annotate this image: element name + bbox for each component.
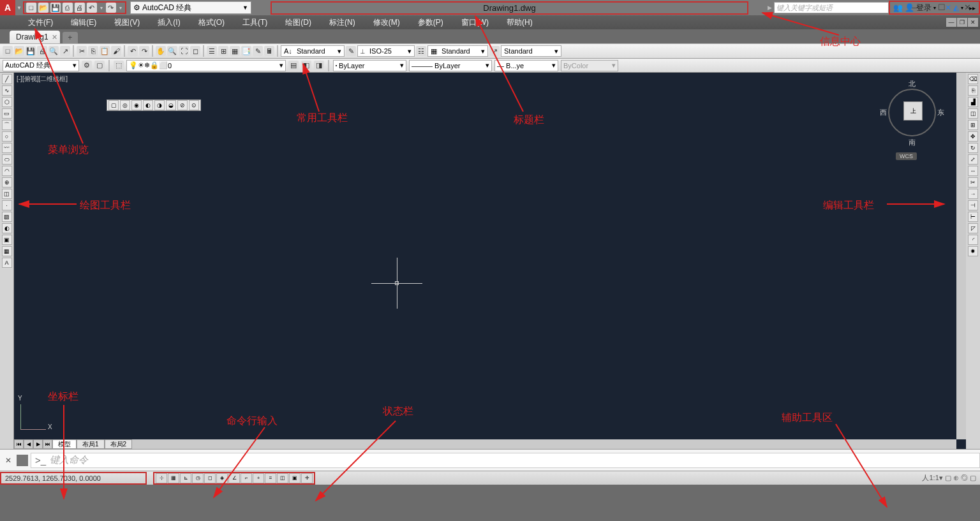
grid-toggle[interactable]: ▦ (168, 473, 179, 483)
zoom-win-icon[interactable]: ◻ (190, 46, 200, 56)
cmd-close-icon[interactable]: ✕ (3, 455, 14, 466)
hatch-icon[interactable]: ▨ (2, 212, 12, 222)
view-cube[interactable]: 北 南 西 东 上 WCS (883, 79, 940, 143)
sc-toggle[interactable]: ✛ (301, 473, 313, 483)
search-input[interactable]: 键入关键字或短语 (774, 2, 889, 13)
trim-icon[interactable]: ✂ (968, 177, 978, 187)
menu-view[interactable]: 视图(V) (105, 15, 149, 29)
scale-icon[interactable]: ⤢ (968, 154, 978, 165)
block-icon[interactable]: ◫ (2, 189, 12, 199)
erase-icon[interactable]: ⌫ (968, 74, 978, 84)
app-menu-arrow[interactable]: ▼ (15, 5, 23, 11)
tab-last[interactable]: ⏭ (43, 439, 52, 449)
maximize-button[interactable]: ☐ (929, 0, 954, 14)
ml-style-dd[interactable]: Standard▾ (501, 45, 561, 57)
arc-icon[interactable]: ⌒ (2, 120, 12, 130)
tpy-toggle[interactable]: ◫ (277, 473, 288, 483)
pan-icon[interactable]: ✋ (156, 46, 166, 56)
print-icon[interactable]: 🖨 (37, 46, 47, 56)
new-icon[interactable]: □ (26, 3, 36, 13)
qp-toggle[interactable]: ▣ (289, 473, 301, 483)
break-icon[interactable]: ⊣ (968, 200, 978, 210)
cmd-config-icon[interactable] (17, 455, 28, 466)
snap-toggle[interactable]: ⊹ (156, 473, 167, 483)
markup-icon[interactable]: ✎ (253, 46, 263, 56)
zoom-icon[interactable]: 🔍 (167, 46, 177, 56)
publish-icon[interactable]: ↗ (60, 46, 70, 56)
vertical-scrollbar[interactable] (956, 73, 966, 439)
chamfer-icon[interactable]: ◸ (968, 223, 978, 233)
menu-draw[interactable]: 绘图(D) (276, 15, 320, 29)
copy2-icon[interactable]: ⎘ (968, 85, 978, 96)
menu-help[interactable]: 帮助(H) (498, 15, 542, 29)
preview-icon[interactable]: 🔍 (48, 46, 59, 56)
tab-close-icon[interactable]: ✕ (52, 33, 57, 41)
otrack-toggle[interactable]: ∠ (228, 473, 240, 483)
color-dd[interactable]: ByLayer▾ (333, 60, 406, 71)
point-icon[interactable]: · (2, 200, 12, 210)
layout-tab-1[interactable]: 布局1 (77, 439, 105, 449)
fillet-icon[interactable]: ◜ (968, 235, 978, 245)
move-icon[interactable]: ✥ (968, 131, 978, 142)
polar-toggle[interactable]: ◷ (192, 473, 204, 483)
saveas-icon[interactable]: ⎙ (63, 3, 73, 13)
new-tab-button[interactable]: + (63, 32, 78, 43)
tab-next[interactable]: ▶ (33, 439, 43, 449)
line-icon[interactable]: ╱ (2, 74, 12, 84)
lwt-toggle[interactable]: ≡ (265, 473, 276, 483)
dyn-toggle[interactable]: + (253, 473, 264, 483)
mdi-restore[interactable]: ❐ (957, 18, 967, 27)
new-icon[interactable]: □ (3, 46, 13, 56)
menu-window[interactable]: 窗口(W) (452, 15, 498, 29)
redo-icon[interactable]: ↷ (106, 3, 116, 13)
osnap-toggle[interactable]: ◻ (204, 473, 216, 483)
mirror-icon[interactable]: ▟ (968, 97, 978, 107)
offset-icon[interactable]: ◫ (968, 108, 978, 119)
tp-icon[interactable]: ▦ (230, 46, 240, 56)
array-icon[interactable]: ⊞ (968, 120, 978, 130)
ducs-toggle[interactable]: ⌐ (241, 473, 252, 483)
ws-settings-icon[interactable]: ⚙ (82, 61, 92, 71)
menu-insert[interactable]: 插入(I) (149, 15, 189, 29)
menu-format[interactable]: 格式(O) (189, 15, 234, 29)
status-right[interactable]: 人1:1▾ ▢ ⊕ ◎ ▢ (922, 473, 980, 483)
region-icon[interactable]: ▣ (2, 235, 12, 245)
stretch-icon[interactable]: ↔ (968, 166, 978, 176)
menu-edit[interactable]: 编辑(E) (62, 15, 105, 29)
app-icon[interactable]: A (0, 0, 15, 15)
copy-icon[interactable]: ⎘ (88, 46, 98, 56)
cut-icon[interactable]: ✂ (77, 46, 87, 56)
pline-icon[interactable]: ∿ (2, 85, 12, 96)
table-icon[interactable]: ▦ (2, 246, 12, 256)
undo-icon[interactable]: ↶ (128, 46, 138, 56)
circle-icon[interactable]: ○ (2, 131, 12, 142)
polygon-icon[interactable]: ⬡ (2, 97, 12, 107)
explode-icon[interactable]: ✸ (968, 246, 978, 256)
paste-icon[interactable]: 📋 (100, 46, 110, 56)
match-icon[interactable]: 🖌 (111, 46, 121, 56)
save-icon[interactable]: 💾 (26, 46, 36, 56)
lineweight-dd[interactable]: — B...ye▾ (494, 60, 558, 71)
dim-style-dd[interactable]: ⟂ ISO-25▾ (357, 45, 415, 57)
menu-param[interactable]: 参数(P) (409, 15, 452, 29)
viewport-label[interactable]: [-][俯视][二维线框] (17, 75, 68, 84)
props-icon[interactable]: ☰ (207, 46, 217, 56)
3dosnap-toggle[interactable]: ◈ (216, 473, 228, 483)
print-icon[interactable]: 🖨 (75, 3, 85, 13)
open-icon[interactable]: 📂 (14, 46, 24, 56)
menu-dim[interactable]: 标注(N) (320, 15, 364, 29)
insert-icon[interactable]: ⊕ (2, 177, 12, 187)
mtext-icon[interactable]: A (2, 258, 12, 268)
zoom-ext-icon[interactable]: ⛶ (179, 46, 189, 56)
signin-icon[interactable]: 👥 (893, 3, 903, 12)
plotstyle-dd[interactable]: ByColor▾ (561, 60, 618, 71)
extend-icon[interactable]: → (968, 189, 978, 199)
horizontal-scrollbar[interactable]: ⏮ ◀ ▶ ⏭ 模型 布局1 布局2 (14, 439, 956, 449)
qcalc-icon[interactable]: 🖩 (264, 46, 274, 56)
dc-icon[interactable]: ⊞ (218, 46, 228, 56)
workspace-selector[interactable]: ⚙ AutoCAD 经典 ▼ (130, 1, 251, 14)
linetype-dd[interactable]: ——— ByLayer▾ (409, 60, 492, 71)
workspace-dd[interactable]: AutoCAD 经典▾ (3, 60, 79, 71)
mdi-close[interactable]: ✕ (968, 18, 978, 27)
coordinates[interactable]: 2529.7613, 1265.7030, 0.0000 (0, 472, 147, 485)
